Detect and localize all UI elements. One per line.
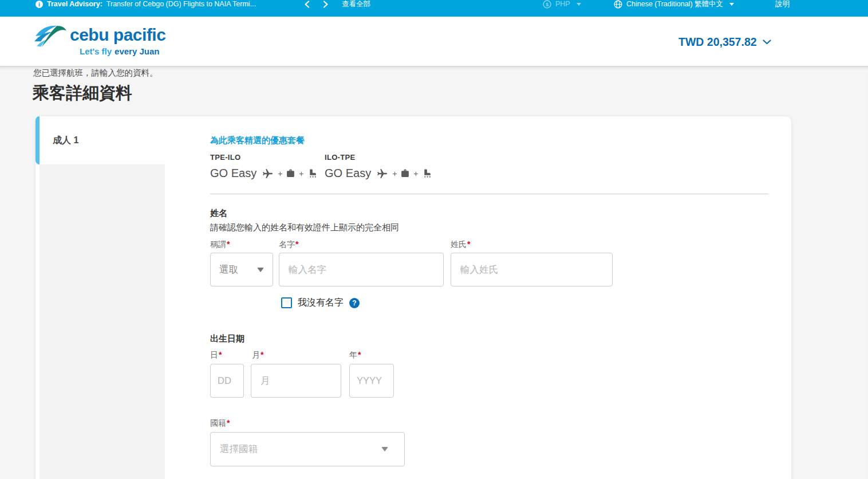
last-name-label: 姓氏*	[451, 239, 470, 250]
chevron-right-icon[interactable]	[323, 1, 329, 8]
title-label: 稱謂*	[210, 239, 230, 250]
year-label: 年*	[349, 350, 361, 360]
chevron-down-icon	[257, 268, 264, 272]
language-value: Chinese (Traditional) 繁體中文	[626, 0, 723, 9]
plane-icon	[262, 168, 274, 179]
page-subtitle: 您已選擇航班，請輸入您的資料。	[33, 68, 158, 78]
chevron-down-icon	[729, 3, 734, 6]
name-section-heading: 姓名	[210, 208, 227, 219]
chevron-down-icon	[577, 3, 581, 6]
currency-icon: $	[543, 0, 551, 9]
view-all-advisories-link[interactable]: 查看全部	[342, 0, 370, 9]
flight-bundle-return: ILO-TPE GO Easy + +	[325, 153, 432, 180]
chevron-left-icon[interactable]	[304, 1, 310, 8]
day-label: 日*	[210, 350, 222, 360]
advisory-label: Travel Advisory:	[47, 0, 102, 8]
currency-selector[interactable]: $ PHP	[543, 0, 581, 9]
first-name-label: 名字*	[279, 239, 298, 250]
month-input[interactable]	[251, 364, 341, 398]
month-label: 月*	[252, 350, 263, 360]
cebu-pacific-logo[interactable]: cebu pacific Let's flyevery Juan	[33, 21, 165, 56]
seat-icon	[422, 168, 432, 178]
flight-bundle-outbound: TPE-ILO GO Easy + +	[210, 153, 317, 180]
name-note: 請確認您輸入的姓名和有效證件上顯示的完全相同	[210, 222, 399, 233]
baggage-icon	[286, 168, 295, 178]
day-input[interactable]	[210, 364, 244, 398]
svg-text:$: $	[546, 1, 549, 7]
logo-wordmark: cebu pacific	[70, 25, 165, 45]
title-select[interactable]: 選取	[210, 253, 273, 286]
chevron-down-icon	[381, 447, 388, 451]
seat-icon	[307, 168, 317, 178]
bundle-offers-link[interactable]: 為此乘客精選的優惠套餐	[210, 135, 305, 146]
first-name-input[interactable]	[279, 253, 444, 286]
advisory-bar: i Travel Advisory: Transfer of Cebgo (DG…	[0, 0, 868, 17]
help-tooltip-icon[interactable]: ?	[349, 298, 360, 308]
total-price-dropdown[interactable]: TWD 20,357.82	[678, 36, 771, 49]
passenger-form: 為此乘客精選的優惠套餐 TPE-ILO GO Easy + + ILO-TPE …	[210, 116, 768, 479]
no-first-name-row: 我沒有名字 ?	[281, 297, 360, 309]
no-first-name-checkbox[interactable]	[281, 297, 292, 308]
logo-tagline: Let's flyevery Juan	[70, 46, 165, 56]
globe-icon	[614, 0, 622, 9]
sidebar-panel	[40, 164, 165, 479]
sidebar-item-label: 成人 1	[53, 135, 78, 147]
active-tab-accent	[35, 116, 40, 164]
bundle-name: GO Easy	[325, 167, 371, 180]
site-header: cebu pacific Let's flyevery Juan TWD 20,…	[0, 17, 868, 66]
route-label: TPE-ILO	[210, 153, 317, 162]
baggage-icon	[400, 168, 410, 178]
bundle-name: GO Easy	[210, 167, 257, 180]
route-label: ILO-TPE	[325, 153, 432, 162]
nationality-label: 國籍*	[210, 418, 230, 429]
plane-icon	[376, 168, 389, 179]
birthdate-section-heading: 出生日期	[210, 333, 244, 344]
chevron-down-icon	[763, 40, 771, 45]
page-title: 乘客詳細資料	[33, 82, 132, 105]
passenger-details-card: 成人 1 為此乘客精選的優惠套餐 TPE-ILO GO Easy + + ILO…	[35, 116, 791, 479]
section-divider	[210, 194, 768, 194]
advisory-message: Transfer of Cebgo (DG) Flights to NAIA T…	[106, 0, 256, 8]
currency-value: PHP	[555, 0, 570, 8]
content-area: 您已選擇航班，請輸入您的資料。 乘客詳細資料 成人 1 為此乘客精選的優惠套餐 …	[0, 66, 868, 479]
eagle-logo-icon	[33, 21, 69, 56]
year-input[interactable]	[349, 364, 394, 398]
nationality-select[interactable]: 選擇國籍	[210, 432, 405, 466]
total-price-value: TWD 20,357.82	[678, 36, 757, 49]
info-icon: i	[35, 1, 43, 8]
sidebar-item-adult-1[interactable]: 成人 1	[35, 116, 165, 164]
no-first-name-label: 我沒有名字	[298, 297, 344, 309]
language-selector[interactable]: Chinese (Traditional) 繁體中文	[614, 0, 734, 9]
help-link[interactable]: 說明	[775, 0, 790, 9]
last-name-input[interactable]	[451, 253, 613, 286]
